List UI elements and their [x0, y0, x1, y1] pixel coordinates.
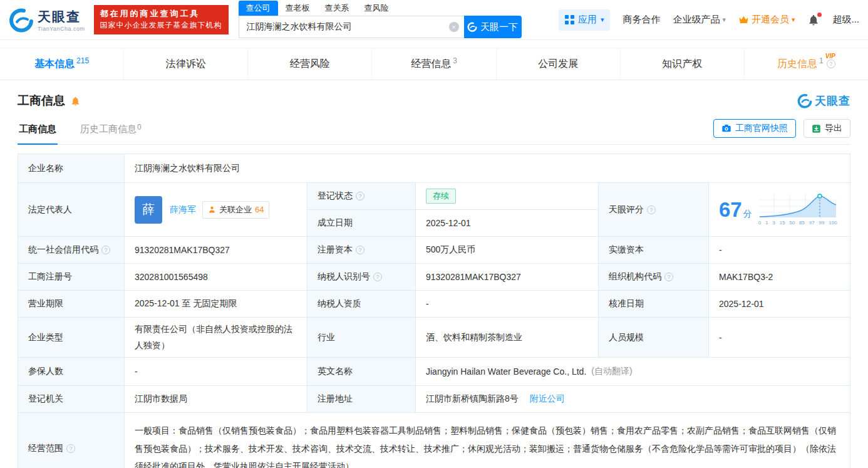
company-nav-tabs: 基本信息 215 法律诉讼 经营风险 经营信息 3 公司发展 知识产权 VIP …: [0, 48, 868, 80]
section-title: 工商信息: [18, 93, 65, 109]
english-name-value: Jiangyin Hailan Water Beverage Co., Ltd.…: [416, 358, 850, 386]
export-button[interactable]: 导出: [803, 119, 850, 138]
logo-brand-text: 天眼查: [38, 8, 85, 26]
promo-banner: 都在用的商业查询工具 国家中小企业发展子基金旗下机构: [94, 5, 229, 34]
search-tab-risk[interactable]: 查风险: [357, 1, 396, 16]
tab-intellectual-property-label: 知识产权: [662, 58, 702, 71]
clear-search-icon[interactable]: ×: [449, 22, 459, 32]
tianyancha-logo[interactable]: 天眼查 TianYanCha.com: [9, 8, 85, 33]
subbar-actions: 工商官网快照 导出: [713, 119, 850, 144]
tab-basic-info[interactable]: 基本信息 215: [0, 48, 124, 80]
search-input[interactable]: [247, 22, 449, 32]
related-companies-badge[interactable]: 关联企业 64: [202, 201, 269, 219]
export-excel-icon: [812, 124, 821, 133]
apps-button[interactable]: 应用 ▾: [559, 9, 611, 31]
notifications-bell[interactable]: [807, 14, 820, 26]
related-companies-icon: [208, 205, 216, 214]
reg-address-value: 江阴市新桥镇陶新路8号 附近公司: [416, 386, 850, 413]
reg-capital-value: 500万人民币: [416, 237, 599, 264]
search-box: ×: [239, 16, 464, 38]
tianyancha-watermark-icon: [797, 93, 812, 108]
business-term-label: 营业期限: [18, 291, 125, 318]
help-icon[interactable]: ?: [66, 444, 75, 453]
nearby-companies-link[interactable]: 附近公司: [530, 393, 565, 405]
tianyancha-watermark: 天眼查: [797, 93, 850, 108]
link-open-membership[interactable]: 开通会员 ▾: [738, 14, 795, 26]
reg-status-label: 登记状态?: [307, 183, 416, 210]
search-tab-company[interactable]: 查公司: [239, 1, 278, 16]
company-type-label: 企业类型: [18, 318, 125, 358]
insured-count-value: -: [125, 358, 307, 386]
link-enterprise-products[interactable]: 企业级产品 ▾: [673, 14, 726, 26]
tab-company-development[interactable]: 公司发展: [497, 48, 621, 80]
vip-badge: VIP: [825, 53, 835, 60]
tab-history-info[interactable]: VIP 历史信息 1 ?: [745, 48, 868, 80]
header-right-nav: 应用 ▾ 商务合作 企业级产品 ▾ 开通会员 ▾ 超级...: [559, 9, 859, 31]
crown-icon: [738, 16, 749, 24]
help-icon[interactable]: ?: [647, 205, 656, 214]
paid-capital-value: -: [709, 237, 850, 264]
subtab-business-info[interactable]: 工商信息: [18, 120, 58, 145]
reg-number-label: 工商注册号: [18, 264, 125, 291]
taxpayer-id-label: 纳税人识别号?: [307, 264, 416, 291]
search-button-label: 天眼一下: [480, 21, 518, 33]
search-button[interactable]: 天眼一下: [464, 16, 522, 38]
help-icon[interactable]: ?: [373, 273, 382, 281]
tab-basic-info-label: 基本信息: [34, 58, 75, 71]
taxpayer-id-value: 91320281MAK17BQ327: [416, 264, 599, 291]
tab-operating-risk[interactable]: 经营风险: [248, 48, 372, 80]
related-companies-label: 关联企业: [219, 204, 252, 216]
subscribe-bell-icon[interactable]: [70, 96, 81, 107]
official-snapshot-button[interactable]: 工商官网快照: [713, 119, 796, 138]
reg-capital-label: 注册资本?: [307, 237, 416, 264]
help-icon[interactable]: ?: [664, 273, 673, 281]
taxpayer-quality-value: -: [416, 291, 599, 318]
establish-date-label: 成立日期: [307, 210, 416, 237]
business-scope-label: 经营范围?: [18, 413, 125, 468]
link-open-membership-label: 开通会员: [752, 14, 789, 26]
tianyan-score-value[interactable]: 67分 013 155085: [709, 183, 850, 237]
help-icon[interactable]: ?: [356, 246, 364, 254]
subtab-history-business-info[interactable]: 历史工商信息0: [79, 120, 143, 144]
apps-grid-icon: [565, 15, 574, 24]
org-code-value: MAK17BQ3-2: [709, 264, 850, 291]
search-tab-relation[interactable]: 查关系: [318, 1, 357, 16]
promo-banner-line1: 都在用的商业查询工具: [100, 8, 222, 20]
tab-operating-risk-label: 经营风险: [290, 58, 330, 71]
business-info-subtabs: 工商信息 历史工商信息0: [18, 120, 143, 144]
export-button-label: 导出: [825, 123, 842, 134]
help-icon[interactable]: ?: [827, 60, 835, 68]
tab-company-development-label: 公司发展: [538, 58, 578, 71]
subtab-history-label: 历史工商信息: [80, 123, 137, 134]
insured-count-label: 参保人数: [18, 358, 125, 386]
business-info-table: 企业名称 江阴海澜之水饮料有限公司 法定代表人 薛 薛海军 关联企业 64 登记…: [18, 153, 850, 468]
reg-authority-label: 登记机关: [18, 386, 125, 413]
reg-number-value: 320281001565498: [125, 264, 307, 291]
link-enterprise-products-label: 企业级产品: [673, 14, 720, 26]
link-business-cooperation[interactable]: 商务合作: [623, 14, 660, 26]
help-icon[interactable]: ?: [356, 192, 364, 200]
business-scope-value: 一般项目：食品销售（仅销售预包装食品）；食品用塑料包装容器工具制品销售；塑料制品…: [125, 413, 850, 468]
score-curve-chart: [758, 194, 837, 219]
status-badge: 存续: [426, 189, 456, 204]
logo-text: 天眼查 TianYanCha.com: [38, 8, 85, 32]
reg-authority-value: 江阴市数据局: [125, 386, 307, 413]
tab-history-info-count: 1: [819, 56, 824, 65]
tab-legal-proceedings[interactable]: 法律诉讼: [124, 48, 248, 80]
related-companies-count: 64: [255, 205, 264, 214]
tab-operating-info-count: 3: [453, 56, 457, 65]
link-super-vip[interactable]: 超级...: [832, 14, 859, 26]
tianyan-score-label: 天眼评分?: [599, 183, 709, 237]
score-number: 67分: [719, 198, 752, 222]
score-chart: 013 155085 9799100: [758, 194, 837, 226]
tab-operating-info[interactable]: 经营信息 3: [372, 48, 496, 80]
legal-rep-name-link[interactable]: 薛海军: [170, 204, 196, 216]
approval-date-label: 核准日期: [599, 291, 709, 318]
search-tab-boss[interactable]: 查老板: [278, 1, 318, 16]
help-icon[interactable]: ?: [101, 246, 110, 254]
reg-status-value: 存续: [416, 183, 599, 210]
tab-intellectual-property[interactable]: 知识产权: [621, 48, 745, 80]
legal-rep-avatar[interactable]: 薛: [135, 196, 162, 224]
search-button-logo-icon: [467, 22, 477, 32]
caret-down-icon: ▾: [601, 16, 604, 24]
